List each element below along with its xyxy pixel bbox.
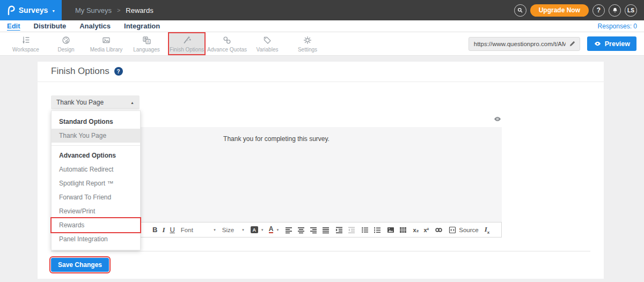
align-center-icon[interactable] [297,226,305,234]
toolbar-item-media-library[interactable]: Media Library [87,32,125,55]
source-button[interactable]: Source [449,226,478,234]
italic-button[interactable]: I [162,226,165,234]
underline-button[interactable]: U [170,226,174,234]
responses-count[interactable]: Responses: 0 [598,23,637,30]
toolbar-item-finish-options[interactable]: Finish Options [168,32,206,55]
panel-content: Thank You Page ▲ Standard Options Thank … [38,82,604,272]
increase-indent-icon[interactable] [335,226,343,234]
menu-item-forward-to-friend[interactable]: Forward To Friend [52,190,140,204]
script-group: x₂ x² [413,227,429,233]
source-doc-icon [449,226,456,234]
questionpro-logo-icon [6,5,15,16]
workspace-icon [21,35,31,45]
align-left-icon[interactable] [285,226,292,234]
insert-table-icon[interactable] [399,226,407,234]
toolbar-item-label: Finish Options [170,47,204,53]
menu-item-review-print[interactable]: Review/Print [52,204,140,218]
preview-eye-icon[interactable] [493,116,502,122]
breadcrumb-separator: > [117,7,120,13]
indent-group [335,226,355,234]
insert-image-icon[interactable] [387,226,394,234]
tab-distribute[interactable]: Distribute [34,22,67,30]
upgrade-now-button[interactable]: Upgrade Now [530,4,589,17]
pencil-icon[interactable] [569,40,576,47]
bullet-list-icon[interactable] [361,226,369,234]
toolbar-item-variables[interactable]: Variables [248,32,286,55]
brand-surveys-menu[interactable]: Surveys ▼ [0,0,62,20]
background-color-button[interactable]: A ▼ [251,226,264,233]
search-icon [517,7,523,13]
size-dropdown[interactable]: Size ▼ [222,227,245,233]
menu-item-panel-integration[interactable]: Panel Integration [52,232,140,246]
decrease-indent-icon[interactable] [348,226,355,234]
toolbar-item-label: Design [57,47,74,53]
toolbar-item-design[interactable]: Design [47,32,85,55]
font-label: Font [181,227,193,233]
toolbar-item-advance-quotas[interactable]: Advance Quotas [208,32,246,55]
tab-integration[interactable]: Integration [124,22,160,30]
survey-url-input[interactable] [469,37,580,51]
chevron-down-icon: ▼ [52,8,55,13]
menu-item-thank-you-page[interactable]: Thank You Page [52,129,140,143]
finish-option-select[interactable]: Thank You Page ▲ [51,95,140,109]
save-changes-button[interactable]: Save Changes [51,258,109,272]
notifications-button[interactable] [609,4,621,17]
menu-header-advanced: Advanced Options [52,149,140,162]
menu-item-automatic-redirect[interactable]: Automatic Redirect [52,162,140,176]
align-justify-icon[interactable] [322,226,330,234]
size-label: Size [222,227,234,233]
bold-button[interactable]: B [152,226,157,234]
preview-label: Preview [605,40,630,48]
menu-header-standard: Standard Options [52,115,140,129]
search-button[interactable] [514,4,526,17]
toolbar-item-settings[interactable]: Settings [289,32,326,55]
tab-edit[interactable]: Edit [7,22,20,30]
chevron-up-icon: ▲ [130,101,134,105]
page-title: Finish Options [51,66,109,77]
preview-button[interactable]: Preview [587,36,636,51]
superscript-button[interactable]: x² [423,227,429,233]
insert-group [387,226,407,234]
align-right-icon[interactable] [310,226,317,234]
chevron-down-icon: ▼ [261,228,264,232]
select-value: Thank You Page [56,99,104,106]
breadcrumb-my-surveys[interactable]: My Surveys [75,6,112,14]
toolbar-item-workspace[interactable]: Workspace [7,32,45,55]
align-group [285,226,330,234]
avatar[interactable]: LS [625,4,637,17]
menu-item-spotlight-report[interactable]: Spotlight Report ™ [52,176,140,190]
tag-icon [262,35,272,45]
source-label: Source [459,227,478,233]
palette-icon [61,35,71,45]
panel-title-row: Finish Options ? [38,62,604,82]
menu-divider [52,145,140,146]
menu-item-rewards[interactable]: Rewards [52,218,140,232]
font-dropdown[interactable]: Font ▼ [181,227,216,233]
toolbar-item-label: Media Library [90,47,123,53]
list-group [361,226,381,234]
toolbar-item-label: Languages [133,47,160,53]
text-color-button[interactable]: A ▼ [269,226,280,233]
survey-url-wrap [469,37,580,51]
toolbar-item-label: Workspace [12,47,39,53]
gear-icon [303,35,312,45]
bg-color-icon: A [251,226,258,233]
brand-product-label: Surveys [19,6,48,14]
image-icon [101,35,111,45]
subscript-button[interactable]: x₂ [413,227,419,233]
text-color-icon: A [269,226,274,233]
help-button[interactable]: ? [592,4,605,17]
numbered-list-icon[interactable] [374,226,381,234]
toolbar-item-label: Variables [257,47,279,53]
tab-analytics[interactable]: Analytics [79,22,111,30]
svg-text:A: A [147,40,150,43]
editor-content: Thank you for completing this survey. [223,135,330,143]
remove-format-x: x [487,229,489,234]
toolbar-item-languages[interactable]: A Languages [128,32,165,55]
remove-format-button[interactable]: Ix [485,225,490,235]
breadcrumb: My Surveys > Rewards [75,0,153,20]
link-icon[interactable] [435,226,443,234]
title-help-icon[interactable]: ? [114,67,123,76]
edit-toolbar: Workspace Design Media Library A Languag… [0,32,644,56]
header-actions: Upgrade Now ? LS [514,0,644,20]
